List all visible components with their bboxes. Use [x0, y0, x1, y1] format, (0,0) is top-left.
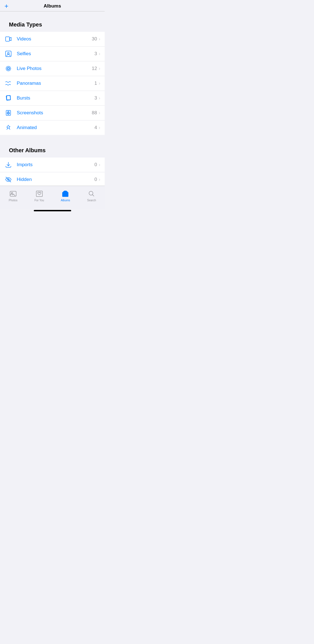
animated-count: 4 — [94, 125, 97, 130]
bursts-icon — [4, 94, 12, 102]
panoramas-icon — [4, 79, 12, 87]
bursts-count: 3 — [94, 95, 97, 101]
tab-search[interactable]: Search — [78, 190, 105, 206]
hidden-label: Hidden — [17, 177, 94, 182]
selfies-count: 3 — [94, 51, 97, 57]
svg-rect-14 — [10, 191, 16, 196]
live-photos-chevron: › — [99, 66, 100, 71]
search-tab-icon — [88, 190, 95, 198]
animated-chevron: › — [99, 125, 100, 130]
screenshots-label: Screenshots — [17, 110, 92, 116]
for-you-tab-label: For You — [34, 199, 44, 202]
albums-tab-label: Albums — [61, 199, 70, 202]
home-indicator-bar — [0, 209, 105, 215]
tab-photos[interactable]: Photos — [0, 190, 26, 206]
tab-bar: Photos For You Albums — [0, 186, 105, 209]
media-types-header: Media Types — [4, 21, 100, 30]
svg-rect-8 — [7, 96, 10, 100]
animated-label: Animated — [17, 125, 94, 130]
tab-for-you[interactable]: For You — [26, 190, 52, 206]
list-item-panoramas[interactable]: Panoramas 1 › — [0, 76, 105, 91]
bursts-chevron: › — [99, 96, 100, 101]
add-album-button[interactable]: + — [4, 3, 8, 9]
imports-icon — [4, 161, 12, 169]
video-icon — [4, 35, 12, 43]
home-indicator — [34, 210, 71, 211]
content-area: Media Types Videos 30 › — [0, 11, 105, 186]
page-title: Albums — [44, 3, 61, 9]
other-albums-section: Other Albums Imports 0 › — [0, 143, 105, 186]
panoramas-label: Panoramas — [17, 81, 94, 86]
svg-point-4 — [7, 67, 10, 70]
other-albums-header: Other Albums — [4, 147, 100, 156]
live-photos-icon — [4, 65, 12, 72]
videos-count: 30 — [92, 36, 97, 42]
svg-rect-17 — [62, 192, 68, 197]
for-you-tab-icon — [35, 190, 43, 198]
nav-bar: + Albums — [0, 0, 105, 11]
list-item-screenshots[interactable]: Screenshots 88 › — [0, 106, 105, 120]
selfies-icon — [4, 50, 12, 58]
hidden-chevron: › — [99, 177, 100, 182]
bursts-label: Bursts — [17, 95, 94, 101]
videos-label: Videos — [17, 36, 92, 42]
photos-tab-icon — [9, 190, 17, 198]
svg-rect-1 — [6, 51, 11, 57]
photos-tab-label: Photos — [9, 199, 17, 202]
imports-label: Imports — [17, 162, 94, 168]
screenshots-chevron: › — [99, 110, 100, 115]
svg-rect-0 — [6, 37, 9, 41]
animated-icon — [4, 124, 12, 132]
media-types-list: Videos 30 › Selfies 3 › — [0, 32, 105, 135]
svg-rect-19 — [64, 191, 67, 192]
other-albums-list: Imports 0 › Hidden 0 › — [0, 158, 105, 186]
svg-point-2 — [8, 52, 9, 54]
hidden-icon — [4, 176, 12, 183]
panoramas-chevron: › — [99, 81, 100, 86]
albums-tab-icon — [61, 190, 69, 198]
search-tab-label: Search — [87, 199, 96, 202]
list-item-bursts[interactable]: Bursts 3 › — [0, 91, 105, 106]
panoramas-count: 1 — [94, 81, 97, 86]
selfies-chevron: › — [99, 51, 100, 56]
imports-count: 0 — [94, 162, 97, 168]
selfies-label: Selfies — [17, 51, 94, 57]
list-item-selfies[interactable]: Selfies 3 › — [0, 47, 105, 61]
live-photos-label: Live Photos — [17, 66, 92, 71]
list-item-hidden[interactable]: Hidden 0 › — [0, 172, 105, 186]
svg-rect-16 — [36, 191, 42, 197]
list-item-videos[interactable]: Videos 30 › — [0, 32, 105, 47]
screenshots-icon — [4, 109, 12, 117]
screenshots-count: 88 — [92, 110, 97, 116]
svg-point-20 — [89, 191, 93, 195]
media-types-section: Media Types Videos 30 › — [0, 17, 105, 135]
list-item-animated[interactable]: Animated 4 › — [0, 120, 105, 135]
imports-chevron: › — [99, 162, 100, 167]
videos-chevron: › — [99, 37, 100, 42]
svg-point-15 — [11, 192, 13, 194]
hidden-count: 0 — [94, 177, 97, 182]
list-item-live-photos[interactable]: Live Photos 12 › — [0, 61, 105, 76]
svg-point-3 — [8, 68, 9, 69]
live-photos-count: 12 — [92, 66, 97, 71]
list-item-imports[interactable]: Imports 0 › — [0, 158, 105, 172]
tab-albums[interactable]: Albums — [52, 190, 79, 206]
svg-point-10 — [8, 113, 9, 114]
screen: + Albums Media Types Videos 3 — [0, 0, 105, 215]
